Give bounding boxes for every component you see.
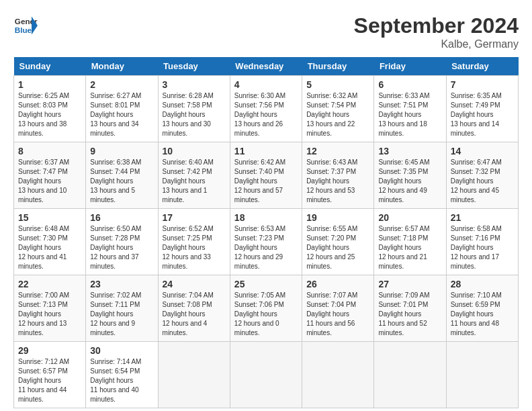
day-info: Sunrise: 6:28 AM Sunset: 7:58 PM Dayligh… <box>163 91 226 138</box>
day-info: Sunrise: 6:58 AM Sunset: 7:16 PM Dayligh… <box>451 224 514 271</box>
calendar-cell: 20 Sunrise: 6:57 AM Sunset: 7:18 PM Dayl… <box>374 209 446 275</box>
calendar-cell: 21 Sunrise: 6:58 AM Sunset: 7:16 PM Dayl… <box>446 209 518 275</box>
day-number: 19 <box>306 212 369 223</box>
calendar-cell: 11 Sunrise: 6:42 AM Sunset: 7:40 PM Dayl… <box>230 142 302 209</box>
day-number: 7 <box>451 79 514 90</box>
header-thursday: Thursday <box>302 57 374 76</box>
calendar-cell: 18 Sunrise: 6:53 AM Sunset: 7:23 PM Dayl… <box>230 209 302 275</box>
svg-text:Blue: Blue <box>15 26 32 34</box>
day-number: 2 <box>90 79 153 90</box>
day-number: 25 <box>234 279 298 289</box>
calendar-cell: 1 Sunrise: 6:25 AM Sunset: 8:03 PM Dayli… <box>14 76 86 142</box>
header-tuesday: Tuesday <box>158 57 230 76</box>
page-header: General Blue September 2024 Kalbe, Germa… <box>13 13 519 50</box>
day-number: 15 <box>18 212 81 223</box>
day-info: Sunrise: 6:25 AM Sunset: 8:03 PM Dayligh… <box>18 91 81 138</box>
calendar-cell: 12 Sunrise: 6:43 AM Sunset: 7:37 PM Dayl… <box>302 142 374 209</box>
day-number: 14 <box>451 146 514 156</box>
day-number: 16 <box>90 212 153 223</box>
day-info: Sunrise: 7:10 AM Sunset: 6:59 PM Dayligh… <box>451 291 514 338</box>
day-number: 11 <box>234 146 298 156</box>
day-info: Sunrise: 7:00 AM Sunset: 7:13 PM Dayligh… <box>18 291 81 338</box>
day-info: Sunrise: 6:40 AM Sunset: 7:42 PM Dayligh… <box>163 158 226 205</box>
day-info: Sunrise: 6:55 AM Sunset: 7:20 PM Dayligh… <box>306 224 369 271</box>
day-info: Sunrise: 6:35 AM Sunset: 7:49 PM Dayligh… <box>451 91 514 138</box>
week-row-1: 1 Sunrise: 6:25 AM Sunset: 8:03 PM Dayli… <box>14 76 519 142</box>
calendar-cell: 26 Sunrise: 7:07 AM Sunset: 7:04 PM Dayl… <box>302 275 374 342</box>
calendar-cell <box>158 342 230 408</box>
header-wednesday: Wednesday <box>230 57 302 76</box>
day-info: Sunrise: 6:37 AM Sunset: 7:47 PM Dayligh… <box>18 158 81 205</box>
calendar-cell: 22 Sunrise: 7:00 AM Sunset: 7:13 PM Dayl… <box>14 275 86 342</box>
day-number: 6 <box>378 79 441 90</box>
day-number: 26 <box>306 279 369 289</box>
calendar-cell <box>302 342 374 408</box>
month-title: September 2024 <box>354 13 519 38</box>
header-monday: Monday <box>86 57 158 76</box>
day-info: Sunrise: 7:14 AM Sunset: 6:54 PM Dayligh… <box>90 357 153 404</box>
day-number: 5 <box>306 79 369 90</box>
calendar-cell: 15 Sunrise: 6:48 AM Sunset: 7:30 PM Dayl… <box>14 209 86 275</box>
day-info: Sunrise: 7:07 AM Sunset: 7:04 PM Dayligh… <box>306 291 369 338</box>
day-info: Sunrise: 6:47 AM Sunset: 7:32 PM Dayligh… <box>451 158 514 205</box>
day-number: 4 <box>234 79 298 90</box>
calendar-cell <box>230 342 302 408</box>
day-info: Sunrise: 7:05 AM Sunset: 7:06 PM Dayligh… <box>234 291 298 338</box>
day-info: Sunrise: 6:53 AM Sunset: 7:23 PM Dayligh… <box>234 224 298 271</box>
day-number: 1 <box>18 79 81 90</box>
calendar-cell: 28 Sunrise: 7:10 AM Sunset: 6:59 PM Dayl… <box>446 275 518 342</box>
day-number: 22 <box>18 279 81 289</box>
day-info: Sunrise: 7:12 AM Sunset: 6:57 PM Dayligh… <box>18 357 81 404</box>
calendar-cell: 3 Sunrise: 6:28 AM Sunset: 7:58 PM Dayli… <box>158 76 230 142</box>
calendar-cell: 30 Sunrise: 7:14 AM Sunset: 6:54 PM Dayl… <box>86 342 158 408</box>
header-saturday: Saturday <box>446 57 518 76</box>
day-number: 12 <box>306 146 369 156</box>
day-number: 18 <box>234 212 298 223</box>
day-number: 30 <box>90 345 153 356</box>
day-info: Sunrise: 6:30 AM Sunset: 7:56 PM Dayligh… <box>234 91 298 138</box>
day-info: Sunrise: 6:32 AM Sunset: 7:54 PM Dayligh… <box>306 91 369 138</box>
week-row-2: 8 Sunrise: 6:37 AM Sunset: 7:47 PM Dayli… <box>14 142 519 209</box>
calendar-cell: 6 Sunrise: 6:33 AM Sunset: 7:51 PM Dayli… <box>374 76 446 142</box>
day-number: 27 <box>378 279 441 289</box>
day-number: 21 <box>451 212 514 223</box>
day-info: Sunrise: 6:43 AM Sunset: 7:37 PM Dayligh… <box>306 158 369 205</box>
day-info: Sunrise: 6:48 AM Sunset: 7:30 PM Dayligh… <box>18 224 81 271</box>
day-number: 13 <box>378 146 441 156</box>
day-info: Sunrise: 6:57 AM Sunset: 7:18 PM Dayligh… <box>378 224 441 271</box>
calendar-cell: 8 Sunrise: 6:37 AM Sunset: 7:47 PM Dayli… <box>14 142 86 209</box>
day-info: Sunrise: 6:42 AM Sunset: 7:40 PM Dayligh… <box>234 158 298 205</box>
day-number: 8 <box>18 146 81 156</box>
day-info: Sunrise: 6:50 AM Sunset: 7:28 PM Dayligh… <box>90 224 153 271</box>
day-number: 20 <box>378 212 441 223</box>
calendar-cell: 13 Sunrise: 6:45 AM Sunset: 7:35 PM Dayl… <box>374 142 446 209</box>
calendar-cell: 7 Sunrise: 6:35 AM Sunset: 7:49 PM Dayli… <box>446 76 518 142</box>
calendar-cell: 23 Sunrise: 7:02 AM Sunset: 7:11 PM Dayl… <box>86 275 158 342</box>
logo: General Blue <box>13 13 38 38</box>
day-info: Sunrise: 7:09 AM Sunset: 7:01 PM Dayligh… <box>378 291 441 338</box>
day-number: 23 <box>90 279 153 289</box>
day-info: Sunrise: 6:33 AM Sunset: 7:51 PM Dayligh… <box>378 91 441 138</box>
header-friday: Friday <box>374 57 446 76</box>
day-info: Sunrise: 6:45 AM Sunset: 7:35 PM Dayligh… <box>378 158 441 205</box>
calendar-cell: 2 Sunrise: 6:27 AM Sunset: 8:01 PM Dayli… <box>86 76 158 142</box>
calendar-cell: 14 Sunrise: 6:47 AM Sunset: 7:32 PM Dayl… <box>446 142 518 209</box>
day-number: 29 <box>18 345 81 356</box>
day-number: 24 <box>163 279 226 289</box>
logo-icon: General Blue <box>13 13 38 38</box>
day-number: 10 <box>163 146 226 156</box>
calendar-cell: 25 Sunrise: 7:05 AM Sunset: 7:06 PM Dayl… <box>230 275 302 342</box>
calendar-table: SundayMondayTuesdayWednesdayThursdayFrid… <box>13 57 519 408</box>
day-info: Sunrise: 6:27 AM Sunset: 8:01 PM Dayligh… <box>90 91 153 138</box>
calendar-cell: 5 Sunrise: 6:32 AM Sunset: 7:54 PM Dayli… <box>302 76 374 142</box>
week-row-5: 29 Sunrise: 7:12 AM Sunset: 6:57 PM Dayl… <box>14 342 519 408</box>
day-number: 28 <box>451 279 514 289</box>
calendar-cell: 24 Sunrise: 7:04 AM Sunset: 7:08 PM Dayl… <box>158 275 230 342</box>
title-section: September 2024 Kalbe, Germany <box>354 13 519 50</box>
header-sunday: Sunday <box>14 57 86 76</box>
calendar-cell: 17 Sunrise: 6:52 AM Sunset: 7:25 PM Dayl… <box>158 209 230 275</box>
header-row: SundayMondayTuesdayWednesdayThursdayFrid… <box>14 57 519 76</box>
calendar-cell <box>374 342 446 408</box>
calendar-cell: 19 Sunrise: 6:55 AM Sunset: 7:20 PM Dayl… <box>302 209 374 275</box>
calendar-cell: 4 Sunrise: 6:30 AM Sunset: 7:56 PM Dayli… <box>230 76 302 142</box>
